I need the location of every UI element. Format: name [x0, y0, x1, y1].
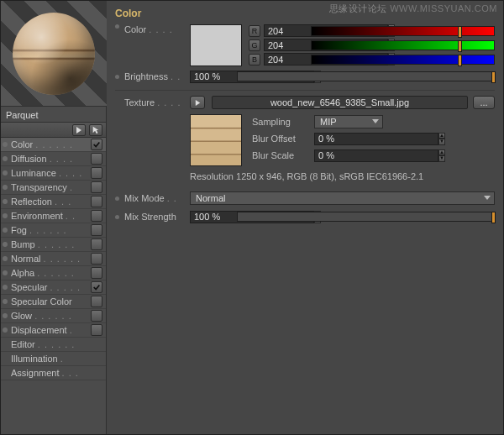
material-editor-window: 思缘设计论坛 WWW.MISSYUAN.COM Parquet Color . …	[0, 0, 504, 435]
b-spinner[interactable]: ▲▼	[264, 53, 306, 66]
channel-assignment[interactable]: Assignment . . .	[1, 366, 106, 380]
g-slider[interactable]	[311, 40, 495, 50]
texture-label: Texture . . . .	[124, 97, 190, 107]
texture-dropdown-button[interactable]	[190, 96, 205, 109]
check-icon	[92, 283, 101, 291]
bullet-icon	[3, 313, 8, 318]
texture-thumbnail[interactable]	[190, 114, 242, 166]
color-label: Color . . . .	[124, 24, 190, 34]
channel-bump[interactable]: Bump . . . . . .	[1, 238, 106, 252]
channel-checkbox[interactable]	[91, 181, 102, 193]
channel-label: Bump . . . . . .	[11, 239, 89, 249]
channel-checkbox[interactable]	[91, 267, 102, 279]
channel-label: Normal . . . . . .	[11, 254, 89, 264]
texture-resolution-info: Resolution 1250 x 946, RGB (8 Bit), sRGB…	[190, 171, 423, 181]
blur-scale-row: Blur Scale ▲▼	[252, 148, 495, 163]
cursor-icon	[92, 126, 100, 134]
texture-file-field[interactable]: wood_new_6546_9385_Small.jpg	[212, 96, 468, 109]
mix-mode-select[interactable]: Normal	[190, 191, 495, 205]
left-column: Parquet Color . . . . . . Diffusion . . …	[1, 1, 107, 434]
rgb-b-row: B ▲▼	[249, 53, 495, 66]
channel-diffusion[interactable]: Diffusion . . . .	[1, 152, 106, 166]
channel-glow[interactable]: Glow . . . . . .	[1, 309, 106, 323]
channel-checkbox[interactable]	[91, 153, 102, 165]
channel-checkbox[interactable]	[91, 281, 102, 293]
channel-reflection[interactable]: Reflection . . .	[1, 195, 106, 209]
channel-specular-color[interactable]: Specular Color	[1, 295, 106, 309]
b-chip[interactable]: B	[249, 54, 260, 66]
bullet-icon	[3, 213, 8, 218]
channel-label: Editor . . . . . .	[11, 339, 89, 349]
brightness-spinner[interactable]: ▲▼	[190, 71, 232, 83]
channel-list: Color . . . . . . Diffusion . . . . Lumi…	[1, 138, 106, 434]
blur-scale-spinner[interactable]: ▲▼	[314, 149, 361, 162]
channel-label: Luminance . . . .	[11, 168, 89, 178]
nav-arrow-button[interactable]	[72, 124, 86, 136]
channel-specular[interactable]: Specular . . . . .	[1, 280, 106, 295]
channel-checkbox[interactable]	[91, 238, 102, 250]
r-slider[interactable]	[311, 26, 495, 36]
bullet-icon	[3, 228, 8, 233]
blur-scale-label: Blur Scale	[252, 150, 314, 160]
channel-normal[interactable]: Normal . . . . . .	[1, 252, 106, 266]
channel-checkbox[interactable]	[91, 253, 102, 265]
channel-alpha[interactable]: Alpha . . . . . .	[1, 266, 106, 280]
r-spinner[interactable]: ▲▼	[264, 24, 306, 37]
channel-illumination[interactable]: Illumination .	[1, 352, 106, 366]
channel-checkbox[interactable]	[91, 196, 102, 207]
channel-fog[interactable]: Fog . . . . . .	[1, 223, 106, 238]
sampling-label: Sampling	[252, 117, 314, 127]
sampling-select[interactable]: MIP	[314, 115, 383, 128]
material-name[interactable]: Parquet	[1, 107, 106, 123]
channel-editor[interactable]: Editor . . . . . .	[1, 338, 106, 352]
cursor-button[interactable]	[89, 124, 102, 136]
channel-label: Environment . .	[11, 211, 89, 221]
mix-strength-slider[interactable]	[237, 212, 495, 222]
channel-checkbox[interactable]	[91, 139, 102, 150]
channel-label: Alpha . . . . . .	[11, 268, 89, 278]
bullet-icon	[3, 142, 8, 147]
channel-checkbox[interactable]	[91, 210, 102, 222]
channel-luminance[interactable]: Luminance . . . .	[1, 166, 106, 181]
brightness-slider[interactable]	[237, 71, 495, 81]
channel-displacement[interactable]: Displacement .	[1, 323, 106, 338]
g-spinner[interactable]: ▲▼	[264, 39, 306, 51]
bullet-icon	[115, 75, 119, 79]
channel-label: Assignment . . .	[11, 368, 89, 378]
channel-checkbox[interactable]	[91, 296, 102, 307]
texture-browse-button[interactable]: ...	[473, 96, 495, 109]
rgb-r-row: R ▲▼	[249, 24, 495, 37]
rgb-g-row: G ▲▼	[249, 39, 495, 51]
bullet-icon	[3, 328, 8, 333]
brightness-label: Brightness . .	[124, 71, 190, 81]
channel-transparency[interactable]: Transparency .	[1, 181, 106, 195]
blur-offset-spinner[interactable]: ▲▼	[314, 133, 361, 145]
chevron-down-icon	[372, 119, 379, 123]
b-slider[interactable]	[311, 55, 495, 65]
texture-details-row: Sampling MIP Blur Offset ▲▼ Blur Scale ▲…	[115, 114, 495, 166]
g-chip[interactable]: G	[249, 39, 260, 51]
channel-label: Reflection . . .	[11, 197, 89, 207]
bullet-icon	[3, 270, 8, 275]
blur-scale-input[interactable]	[314, 149, 438, 162]
channel-label: Illumination .	[11, 354, 89, 364]
channel-environment[interactable]: Environment . .	[1, 209, 106, 223]
bullet-icon	[115, 24, 119, 29]
color-swatch[interactable]	[190, 24, 242, 66]
channel-color[interactable]: Color . . . . . .	[1, 138, 106, 152]
channel-checkbox[interactable]	[91, 224, 102, 236]
channel-checkbox[interactable]	[91, 324, 102, 336]
bullet-icon	[115, 197, 119, 201]
channel-checkbox[interactable]	[91, 167, 102, 179]
blur-offset-input[interactable]	[314, 133, 438, 145]
r-chip[interactable]: R	[249, 25, 260, 37]
bullet-icon	[3, 256, 8, 261]
color-panel: Color Color . . . . R ▲▼ G ▲▼	[107, 1, 503, 434]
channel-checkbox[interactable]	[91, 310, 102, 322]
color-row: Color . . . . R ▲▼ G ▲▼ B ▲▼	[115, 24, 495, 66]
mix-mode-row: Mix Mode . . Normal	[115, 190, 495, 207]
channel-label: Specular Color	[11, 296, 89, 307]
mix-strength-spinner[interactable]: ▲▼	[190, 211, 232, 223]
sampling-row: Sampling MIP	[252, 114, 495, 129]
material-preview[interactable]	[1, 1, 107, 107]
